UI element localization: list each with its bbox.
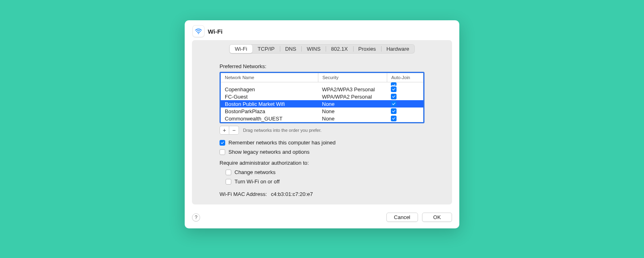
toggle-wifi-label: Turn Wi-Fi on or off [235, 178, 279, 185]
change-networks-checkbox[interactable] [226, 170, 231, 175]
cell-network-name: FC-Guest [221, 93, 318, 100]
cancel-button[interactable]: Cancel [386, 213, 418, 222]
cell-security: None [318, 115, 387, 122]
mac-address-value: c4:b3:01:c7:20:e7 [271, 191, 313, 197]
cell-network-name: Commonwealth_GUEST [221, 115, 318, 122]
tab-proxies[interactable]: Proxies [353, 45, 381, 53]
cell-security: WPA2/WPA3 Personal [318, 86, 387, 93]
table-row[interactable]: CopenhagenWPA2/WPA3 Personal [221, 86, 423, 93]
tab-wi-fi[interactable]: Wi-Fi [230, 45, 252, 53]
auto-join-checkbox[interactable] [391, 116, 397, 121]
tab-hardware[interactable]: Hardware [381, 45, 414, 53]
legacy-networks-row[interactable]: Show legacy networks and options [220, 149, 424, 155]
legacy-networks-checkbox[interactable] [220, 149, 225, 155]
titlebar: Wi-Fi [185, 20, 459, 40]
mac-address-row: Wi-Fi MAC Address: c4:b3:01:c7:20:e7 [220, 191, 424, 197]
settings-panel: Wi-FiTCP/IPDNSWINS802.1XProxiesHardware … [192, 40, 452, 204]
table-body: xx CopenhagenWPA2/WPA3 PersonalFC-GuestW… [221, 82, 423, 122]
add-remove-group: + − [220, 126, 239, 135]
auto-join-checkbox[interactable] [391, 101, 397, 107]
table-row[interactable]: FC-GuestWPA/WPA2 Personal [221, 93, 423, 100]
auto-join-checkbox[interactable] [391, 86, 397, 92]
tab-dns[interactable]: DNS [280, 45, 301, 53]
table-row[interactable]: BostonParkPlazaNone [221, 108, 423, 115]
cell-security: WPA/WPA2 Personal [318, 93, 387, 100]
preferred-networks-label: Preferred Networks: [220, 63, 424, 69]
networks-table[interactable]: Network Name Security Auto-Join xx Copen… [220, 72, 424, 123]
table-row[interactable]: Commonwealth_GUESTNone [221, 115, 423, 122]
table-header: Network Name Security Auto-Join [221, 73, 423, 82]
auto-join-checkbox[interactable] [391, 94, 397, 99]
cell-security: None [318, 108, 387, 115]
tabbar: Wi-FiTCP/IPDNSWINS802.1XProxiesHardware [229, 44, 415, 54]
wifi-settings-window: Wi-Fi Wi-FiTCP/IPDNSWINS802.1XProxiesHar… [185, 20, 459, 228]
ok-button[interactable]: OK [422, 213, 452, 222]
svg-point-0 [198, 33, 199, 34]
help-button[interactable]: ? [192, 213, 200, 221]
tab-tcp-ip[interactable]: TCP/IP [252, 45, 280, 53]
change-networks-row[interactable]: Change networks [226, 169, 424, 175]
cell-auto-join [387, 115, 423, 122]
cell-network-name: BostonParkPlaza [221, 108, 318, 115]
auto-join-checkbox[interactable] [391, 108, 397, 114]
cell-auto-join [387, 108, 423, 115]
cell-auto-join [387, 100, 423, 108]
col-auto-join[interactable]: Auto-Join [387, 73, 423, 82]
remember-networks-row[interactable]: Remember networks this computer has join… [220, 140, 424, 146]
tab-802-1x[interactable]: 802.1X [326, 45, 353, 53]
table-row[interactable]: xx [221, 82, 423, 86]
drag-hint: Drag networks into the order you prefer. [243, 128, 322, 133]
remove-network-button[interactable]: − [229, 126, 239, 135]
change-networks-label: Change networks [235, 169, 275, 175]
table-row[interactable]: Boston Public Market WifiNone [221, 100, 423, 108]
cell-network-name: Boston Public Market Wifi [221, 100, 318, 108]
mac-address-label: Wi-Fi MAC Address: [220, 191, 267, 197]
require-auth-label: Require administrator authorization to: [220, 160, 424, 166]
remember-networks-label: Remember networks this computer has join… [228, 140, 335, 146]
col-network-name[interactable]: Network Name [221, 73, 318, 82]
toggle-wifi-row[interactable]: Turn Wi-Fi on or off [226, 178, 424, 185]
toggle-wifi-checkbox[interactable] [226, 179, 231, 185]
cell-security: None [318, 100, 387, 108]
add-network-button[interactable]: + [220, 126, 229, 135]
window-title: Wi-Fi [208, 28, 223, 35]
footer: ? Cancel OK [185, 209, 459, 228]
cell-network-name: Copenhagen [221, 86, 318, 93]
tab-wins[interactable]: WINS [301, 45, 326, 53]
col-security[interactable]: Security [318, 73, 387, 82]
cell-auto-join [387, 86, 423, 93]
remember-networks-checkbox[interactable] [220, 140, 225, 146]
wifi-icon [193, 26, 204, 37]
legacy-networks-label: Show legacy networks and options [228, 149, 309, 155]
cell-auto-join [387, 93, 423, 100]
